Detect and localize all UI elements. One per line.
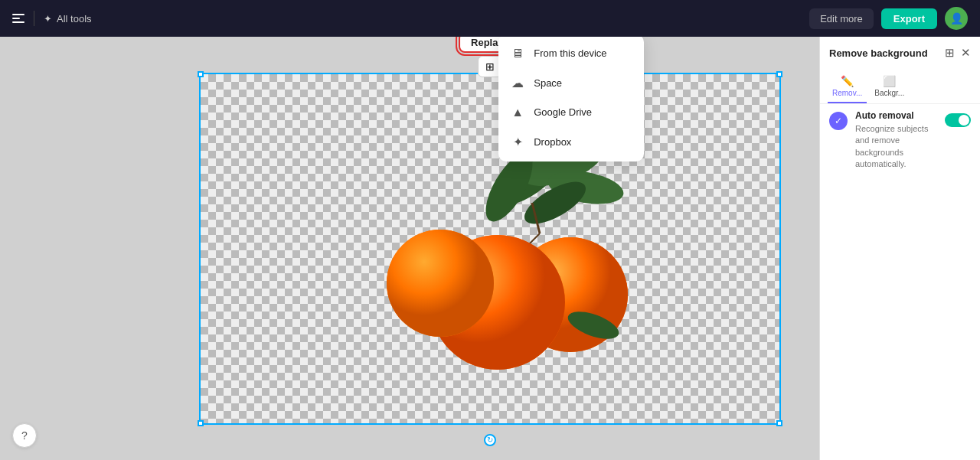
tab-background[interactable]: ⬜ Backgr... [870, 72, 909, 103]
dropdown-item-label-google-drive: Google Drive [534, 106, 592, 118]
corner-handle-tr[interactable] [776, 71, 782, 77]
nav-left: ✦ All tools [12, 11, 92, 26]
sidebar-content: ✓ Auto removal Recognize subjects and re… [820, 104, 980, 177]
tab-remove-icon: ✏️ [841, 75, 854, 87]
help-icon: ? [21, 429, 28, 442]
dropdown-item-label-dropbox: Dropbox [534, 136, 571, 148]
auto-removal-description: Recognize subjects and remove background… [855, 123, 937, 171]
rotate-handle[interactable]: ↻ [484, 434, 496, 446]
tab-remove[interactable]: ✏️ Remov... [828, 72, 867, 103]
corner-handle-bl[interactable] [198, 420, 204, 426]
nav-divider [34, 11, 34, 26]
tab-background-icon: ⬜ [883, 75, 896, 87]
auto-removal-toggle[interactable] [945, 113, 971, 127]
sidebar-header-icons: ⊞ ✕ [945, 46, 971, 60]
cloud-icon: ☁ [511, 76, 524, 90]
svg-point-12 [387, 230, 494, 337]
auto-removal-check-icon: ✓ [829, 112, 848, 130]
auto-removal-text: Auto removal Recognize subjects and remo… [855, 110, 937, 171]
help-button[interactable]: ? [12, 423, 37, 448]
auto-removal-title: Auto removal [855, 110, 937, 121]
top-navigation: ✦ All tools Edit more Export 👤 [0, 0, 980, 37]
replace-grid-icon: ⊞ [485, 60, 495, 73]
dropdown-item-dropbox[interactable]: ✦ Dropbox [498, 127, 644, 157]
all-tools-icon: ✦ [44, 13, 52, 24]
dropdown-item-label-from-device: From this device [534, 47, 606, 59]
fruit-image [356, 126, 647, 371]
export-button[interactable]: Export [881, 8, 937, 29]
dropdown-item-label-space: Space [534, 77, 562, 89]
sidebar-title: Remove background [829, 47, 928, 59]
checkmark-icon: ✓ [835, 116, 842, 126]
right-sidebar: Remove background ⊞ ✕ ✏️ Remov... ⬜ Back… [819, 37, 980, 460]
image-canvas[interactable]: Replace ⊞ 🖥 From this device ☁ Space ▲ G… [199, 73, 781, 425]
close-icon[interactable]: ✕ [961, 46, 971, 60]
compare-icon[interactable]: ⊞ [945, 46, 955, 60]
all-tools-label: All tools [57, 13, 92, 24]
monitor-icon: 🖥 [511, 47, 524, 60]
dropdown-item-space[interactable]: ☁ Space [498, 68, 644, 98]
tab-background-label: Backgr... [874, 89, 904, 97]
tab-remove-label: Remov... [832, 89, 862, 97]
corner-handle-tl[interactable] [198, 71, 204, 77]
corner-handle-br[interactable] [776, 420, 782, 426]
rotate-icon: ↻ [487, 436, 493, 444]
all-tools-button[interactable]: ✦ All tools [44, 13, 92, 24]
dropbox-icon: ✦ [511, 135, 524, 149]
sidebar-header: Remove background ⊞ ✕ [820, 37, 980, 66]
google-drive-icon: ▲ [511, 106, 524, 119]
nav-right: Edit more Export 👤 [809, 7, 968, 30]
sidebar-tab-row: ✏️ Remov... ⬜ Backgr... [820, 66, 980, 104]
user-avatar[interactable]: 👤 [945, 7, 968, 30]
dropdown-item-google-drive[interactable]: ▲ Google Drive [498, 98, 644, 127]
edit-more-button[interactable]: Edit more [809, 8, 874, 29]
app-logo[interactable] [12, 14, 24, 23]
avatar-icon: 👤 [950, 12, 963, 24]
replace-dropdown-menu: 🖥 From this device ☁ Space ▲ Google Driv… [498, 37, 644, 161]
auto-removal-row: ✓ Auto removal Recognize subjects and re… [829, 110, 971, 171]
dropdown-item-from-device[interactable]: 🖥 From this device [498, 39, 644, 68]
